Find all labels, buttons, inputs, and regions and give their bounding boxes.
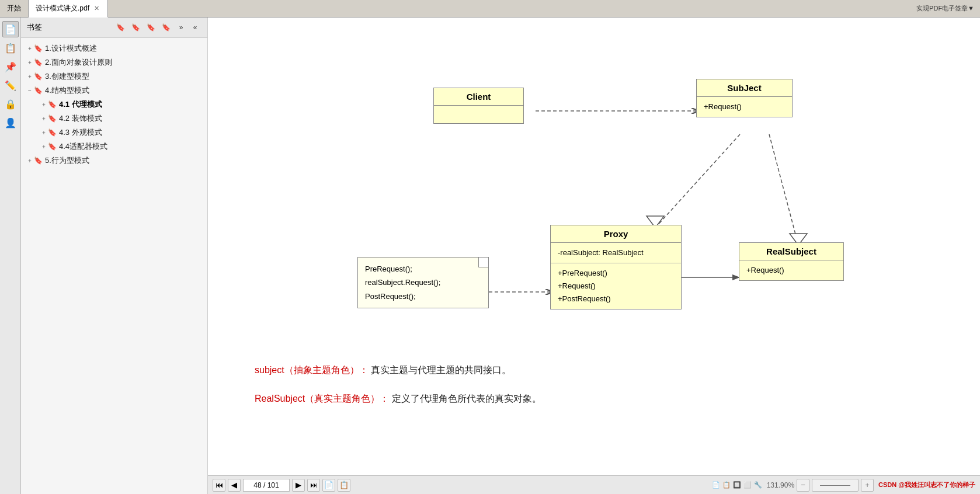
zoom-display: 131.90% bbox=[767, 481, 794, 489]
sidebar-icon-1[interactable]: 🔖 bbox=[114, 21, 127, 34]
sidebar-label-5: 4.2 装饰模式 bbox=[59, 113, 102, 124]
panel-icon-document[interactable]: 📄 bbox=[2, 21, 19, 37]
collapse-btn-left[interactable]: « bbox=[189, 21, 201, 34]
next-page-btn[interactable]: ▶ bbox=[292, 479, 305, 492]
status-icon-2: 📋 bbox=[722, 481, 731, 489]
expand-icon-6: + bbox=[40, 130, 48, 136]
uml-proxy-attribute: -realSubject: RealSubject bbox=[551, 243, 681, 263]
panel-icon-bookmark[interactable]: 📌 bbox=[2, 58, 19, 75]
uml-realsubject-body: +Request() bbox=[739, 260, 843, 280]
sidebar-item-7[interactable]: + 🔖 4.4适配器模式 bbox=[21, 140, 207, 154]
uml-client-box: Client bbox=[433, 88, 524, 124]
desc-line-2: RealSubject（真实主题角色）： 定义了代理角色所代表的真实对象。 bbox=[255, 391, 933, 408]
svg-line-2 bbox=[769, 134, 798, 245]
zoom-section: 131.90% − ———— + bbox=[767, 479, 874, 492]
sidebar-label-4: 4.1 代理模式 bbox=[59, 99, 102, 110]
watermark-text: CSDN @我姓汪叫志不了你的样子 bbox=[878, 481, 975, 489]
uml-realsubject-box: RealSubject +Request() bbox=[739, 242, 844, 281]
sidebar-icon-4[interactable]: 🔖 bbox=[159, 21, 172, 34]
status-icon-4: ⬜ bbox=[743, 481, 752, 489]
content-area: Client SubJect +Request() Proxy -realSub… bbox=[208, 18, 980, 494]
main-area: 📄 📋 📌 ✏️ 🔒 👤 书签 🔖 🔖 🔖 🔖 » « + bbox=[0, 18, 980, 494]
sidebar-label-7: 4.4适配器模式 bbox=[59, 141, 107, 152]
sidebar-tree: + 🔖 1.设计模式概述 + 🔖 2.面向对象设计原则 + 🔖 3.创建型模型 … bbox=[21, 38, 207, 494]
sidebar-item-4[interactable]: + 🔖 4.1 代理模式 bbox=[21, 98, 207, 112]
panel-icon-pages[interactable]: 📋 bbox=[2, 40, 19, 56]
sidebar-icon-2[interactable]: 🔖 bbox=[129, 21, 142, 34]
paste-btn[interactable]: 📋 bbox=[338, 479, 350, 492]
expand-icon-7: + bbox=[40, 144, 48, 150]
sidebar-icon-group: 🔖 🔖 🔖 🔖 » « bbox=[114, 21, 201, 34]
bookmark-icon-4: 🔖 bbox=[48, 100, 57, 109]
bookmark-icon-5: 🔖 bbox=[48, 114, 57, 123]
collapse-btn-right[interactable]: » bbox=[175, 21, 187, 34]
uml-diagram: Client SubJect +Request() Proxy -realSub… bbox=[331, 35, 857, 339]
left-panel: 📄 📋 📌 ✏️ 🔒 👤 bbox=[0, 18, 21, 494]
sidebar-title: 书签 bbox=[27, 22, 42, 33]
bookmark-icon-3: 🔖 bbox=[34, 86, 43, 95]
expand-icon-2: + bbox=[26, 74, 34, 80]
status-icon-5: 🔧 bbox=[754, 481, 762, 489]
tab-pdf[interactable]: 设计模式讲义.pdf ✕ bbox=[29, 0, 108, 18]
bottom-toolbar: ⏮ ◀ ▶ ⏭ 📄 📋 📄 📋 🔲 ⬜ 🔧 131.90% − ———— bbox=[208, 475, 980, 494]
uml-proxy-methods: +PreRequest()+Request()+PostRequest() bbox=[551, 263, 681, 309]
description-section: subject（抽象主题角色）： 真实主题与代理主题的共同接口。 RealSub… bbox=[231, 356, 957, 425]
expand-icon-1: + bbox=[26, 60, 34, 66]
prev-page-btn[interactable]: ◀ bbox=[228, 479, 241, 492]
copy-page-btn[interactable]: 📄 bbox=[322, 479, 335, 492]
tab-home[interactable]: 开始 bbox=[0, 0, 29, 17]
sidebar-item-3[interactable]: − 🔖 4.结构型模式 bbox=[21, 84, 207, 98]
last-page-btn[interactable]: ⏭ bbox=[307, 479, 320, 492]
sidebar-item-0[interactable]: + 🔖 1.设计模式概述 bbox=[21, 41, 207, 55]
bookmark-icon-1: 🔖 bbox=[34, 58, 43, 67]
zoom-slider[interactable]: ———— bbox=[812, 479, 859, 492]
first-page-btn[interactable]: ⏮ bbox=[213, 479, 225, 492]
zoom-out-btn[interactable]: − bbox=[797, 479, 809, 492]
sidebar-label-1: 2.面向对象设计原则 bbox=[45, 57, 112, 68]
sidebar-item-2[interactable]: + 🔖 3.创建型模型 bbox=[21, 69, 207, 84]
panel-icon-user[interactable]: 👤 bbox=[2, 114, 19, 131]
status-icons: 📄 📋 🔲 ⬜ 🔧 bbox=[712, 481, 762, 489]
pdf-page[interactable]: Client SubJect +Request() Proxy -realSub… bbox=[208, 18, 980, 475]
bookmark-icon-7: 🔖 bbox=[48, 142, 57, 151]
status-icon-1: 📄 bbox=[712, 481, 720, 489]
tab-close-icon[interactable]: ✕ bbox=[93, 5, 100, 12]
sidebar-item-8[interactable]: + 🔖 5.行为型模式 bbox=[21, 154, 207, 168]
panel-icon-annotation[interactable]: ✏️ bbox=[2, 77, 19, 93]
tab-right-area: 实现PDF电子签章▼ bbox=[916, 0, 980, 17]
expand-icon-5: + bbox=[40, 116, 48, 122]
expand-icon-3: − bbox=[26, 88, 34, 94]
uml-client-body bbox=[434, 106, 523, 123]
sidebar-label-2: 3.创建型模型 bbox=[45, 71, 89, 82]
tab-bar: 开始 设计模式讲义.pdf ✕ 实现PDF电子签章▼ bbox=[0, 0, 980, 18]
uml-subject-body: +Request() bbox=[697, 97, 792, 117]
right-status: 📄 📋 🔲 ⬜ 🔧 131.90% − ———— + CSDN @我姓汪叫志不了… bbox=[712, 479, 975, 492]
uml-subject-title: SubJect bbox=[697, 79, 792, 97]
sidebar-item-5[interactable]: + 🔖 4.2 装饰模式 bbox=[21, 112, 207, 126]
zoom-in-btn[interactable]: + bbox=[861, 479, 874, 492]
tab-pdf-label: 设计模式讲义.pdf bbox=[36, 4, 89, 13]
sidebar-header: 书签 🔖 🔖 🔖 🔖 » « bbox=[21, 18, 207, 38]
sidebar-item-6[interactable]: + 🔖 4.3 外观模式 bbox=[21, 126, 207, 140]
bookmark-icon-8: 🔖 bbox=[34, 156, 43, 165]
sidebar-label-0: 1.设计模式概述 bbox=[45, 43, 97, 54]
svg-line-1 bbox=[655, 134, 740, 228]
page-input[interactable] bbox=[243, 479, 290, 492]
desc-text-1: 真实主题与代理主题的共同接口。 bbox=[371, 365, 511, 375]
desc-keyword-2: RealSubject（真实主题角色）： bbox=[255, 394, 389, 403]
sidebar-item-1[interactable]: + 🔖 2.面向对象设计原则 bbox=[21, 55, 207, 69]
note-line-1: PreRequest(); bbox=[365, 262, 481, 276]
uml-realsubject-title: RealSubject bbox=[739, 243, 843, 260]
desc-keyword-1: subject（抽象主题角色）： bbox=[255, 365, 369, 375]
status-icon-3: 🔲 bbox=[733, 481, 741, 489]
bookmark-icon-0: 🔖 bbox=[34, 44, 43, 53]
panel-icon-security[interactable]: 🔒 bbox=[2, 96, 19, 112]
bookmark-icon-6: 🔖 bbox=[48, 128, 57, 137]
expand-icon-8: + bbox=[26, 158, 34, 164]
sidebar-label-8: 5.行为型模式 bbox=[45, 155, 89, 166]
expand-icon-4: + bbox=[40, 102, 48, 108]
sidebar-label-6: 4.3 外观模式 bbox=[59, 127, 102, 138]
expand-icon-0: + bbox=[26, 46, 34, 52]
uml-proxy-box: Proxy -realSubject: RealSubject +PreRequ… bbox=[550, 225, 682, 309]
sidebar-icon-3[interactable]: 🔖 bbox=[144, 21, 157, 34]
